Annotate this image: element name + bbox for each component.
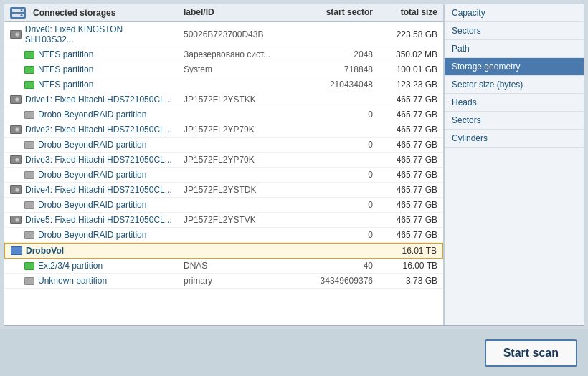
- row-name: Drive5: Fixed Hitachi HDS721050CL...: [4, 215, 178, 225]
- col-name-header: Connected storages: [4, 7, 178, 19]
- row-size: 465.77 GB: [379, 125, 443, 135]
- row-size: 465.77 GB: [379, 155, 443, 165]
- right-panel-item-path[interactable]: Path: [445, 40, 584, 58]
- row-name: DroboVol: [5, 246, 177, 256]
- row-size: 465.77 GB: [379, 110, 443, 120]
- row-label: 50026B723700D43B: [178, 29, 300, 39]
- table-row[interactable]: Drobo BeyondRAID partition 0 465.77 GB: [4, 138, 443, 153]
- table-row[interactable]: Ext2/3/4 partition DNAS 40 16.00 TB: [4, 259, 443, 274]
- drive-icon: [10, 30, 22, 39]
- row-name-text: Drobo BeyondRAID partition: [38, 140, 146, 150]
- row-name-text: Drive4: Fixed Hitachi HDS721050CL...: [25, 185, 172, 195]
- row-size: 465.77 GB: [379, 215, 443, 225]
- right-panel-item-sectors2[interactable]: Sectors: [445, 112, 584, 130]
- col-size-header: total size: [379, 7, 443, 19]
- row-start: 0: [300, 140, 379, 150]
- row-name-text: Drobo BeyondRAID partition: [38, 170, 146, 180]
- row-name-text: NTFS partition: [38, 79, 93, 90]
- table-row[interactable]: Drobo BeyondRAID partition 0 465.77 GB: [4, 107, 443, 122]
- row-size: 465.77 GB: [379, 200, 443, 210]
- row-name-text: NTFS partition: [38, 64, 93, 74]
- row-name-text: Unknown partition: [38, 276, 107, 286]
- row-size: 465.77 GB: [379, 140, 443, 150]
- col-name-label: Connected storages: [33, 8, 115, 18]
- row-start: 718848: [300, 64, 379, 74]
- row-label: JP1572FL2YP70K: [178, 155, 300, 165]
- row-label: System: [178, 64, 300, 74]
- drive-icon: [10, 185, 22, 194]
- row-size: 3.73 GB: [379, 276, 443, 286]
- row-start: 0: [300, 230, 379, 240]
- row-label: primary: [178, 276, 300, 286]
- partition-icon: [24, 51, 34, 59]
- table-row[interactable]: Drive4: Fixed Hitachi HDS721050CL... JP1…: [4, 183, 443, 198]
- col-start-header: start sector: [300, 7, 379, 19]
- table-row[interactable]: Drobo BeyondRAID partition 0 465.77 GB: [4, 168, 443, 183]
- table-row[interactable]: Drobo BeyondRAID partition 0 465.77 GB: [4, 198, 443, 213]
- right-panel-item-heads[interactable]: Heads: [445, 94, 584, 112]
- partition-grey-icon: [24, 201, 34, 209]
- right-panel-items: CapacitySectorsPathStorage geometrySecto…: [445, 4, 584, 148]
- partition-icon: [24, 81, 34, 89]
- table-row[interactable]: NTFS partition 210434048 123.23 GB: [4, 77, 443, 92]
- right-panel: CapacitySectorsPathStorage geometrySecto…: [444, 4, 584, 325]
- row-label: JP1572FL2YP79K: [178, 125, 300, 135]
- partition-grey-icon: [24, 231, 34, 239]
- start-scan-button[interactable]: Start scan: [485, 339, 577, 367]
- row-size: 123.23 GB: [379, 79, 443, 90]
- drive-icon: [10, 95, 22, 104]
- row-name: Ext2/3/4 partition: [4, 261, 178, 271]
- row-label: JP1572FL2YSTDK: [178, 185, 300, 195]
- right-panel-item-sectors[interactable]: Sectors: [445, 22, 584, 40]
- row-name-text: Drobo BeyondRAID partition: [38, 200, 146, 210]
- table-row[interactable]: Drive1: Fixed Hitachi HDS721050CL... JP1…: [4, 92, 443, 107]
- row-name-text: Drobo BeyondRAID partition: [38, 110, 146, 120]
- row-start: 0: [300, 170, 379, 180]
- row-size: 16.00 TB: [379, 261, 443, 271]
- row-size: 16.01 TB: [378, 246, 442, 256]
- partition-grey-icon: [24, 171, 34, 179]
- row-size: 350.02 MB: [379, 49, 443, 59]
- table-row[interactable]: Drobo BeyondRAID partition 0 465.77 GB: [4, 228, 443, 243]
- row-name-text: Ext2/3/4 partition: [38, 261, 103, 271]
- table-row[interactable]: Drive3: Fixed Hitachi HDS721050CL... JP1…: [4, 153, 443, 168]
- drive-icon: [10, 125, 22, 134]
- content-area: Connected storages label/ID start sector…: [4, 4, 584, 326]
- col-label-header: label/ID: [178, 7, 300, 19]
- row-size: 465.77 GB: [379, 230, 443, 240]
- table-row[interactable]: Drive0: Fixed KINGSTON SH103S32... 50026…: [4, 22, 443, 47]
- row-size: 223.58 GB: [379, 29, 443, 39]
- row-name: NTFS partition: [4, 64, 178, 74]
- row-name-text: Drive1: Fixed Hitachi HDS721050CL...: [25, 95, 172, 105]
- row-name-text: Drive5: Fixed Hitachi HDS721050CL...: [25, 215, 172, 225]
- partition-grey-icon: [24, 111, 34, 119]
- table-row[interactable]: Unknown partition primary 34349609376 3.…: [4, 274, 443, 289]
- partition-icon: [24, 262, 34, 270]
- table-row[interactable]: Drive5: Fixed Hitachi HDS721050CL... JP1…: [4, 213, 443, 228]
- right-panel-item-cylinders[interactable]: Cylinders: [445, 130, 584, 148]
- row-start: 210434048: [300, 79, 379, 90]
- table-row[interactable]: DroboVol 16.01 TB: [4, 243, 443, 259]
- right-panel-item-sector-size[interactable]: Sector size (bytes): [445, 76, 584, 94]
- right-panel-section-storage-geometry[interactable]: Storage geometry: [445, 58, 584, 76]
- table-row[interactable]: NTFS partition System 718848 100.01 GB: [4, 62, 443, 77]
- row-name: Drobo BeyondRAID partition: [4, 170, 178, 180]
- svg-point-3: [21, 14, 23, 16]
- row-start: 0: [300, 200, 379, 210]
- row-size: 465.77 GB: [379, 95, 443, 105]
- right-panel-item-capacity[interactable]: Capacity: [445, 4, 584, 22]
- row-name-text: Drive0: Fixed KINGSTON SH103S32...: [25, 24, 172, 44]
- storage-header-icon: [10, 7, 26, 19]
- row-size: 100.01 GB: [379, 64, 443, 74]
- row-name: Drobo BeyondRAID partition: [4, 110, 178, 120]
- row-name: NTFS partition: [4, 49, 178, 59]
- svg-point-2: [21, 9, 23, 11]
- row-name: NTFS partition: [4, 79, 178, 90]
- partition-grey-icon: [24, 277, 34, 285]
- row-name: Drive1: Fixed Hitachi HDS721050CL...: [4, 95, 178, 105]
- table-row[interactable]: NTFS partition Зарезервовано сист... 204…: [4, 47, 443, 62]
- table-body: Drive0: Fixed KINGSTON SH103S32... 50026…: [4, 22, 443, 289]
- table-row[interactable]: Drive2: Fixed Hitachi HDS721050CL... JP1…: [4, 122, 443, 138]
- row-start: 40: [300, 261, 379, 271]
- row-name-text: DroboVol: [26, 246, 64, 256]
